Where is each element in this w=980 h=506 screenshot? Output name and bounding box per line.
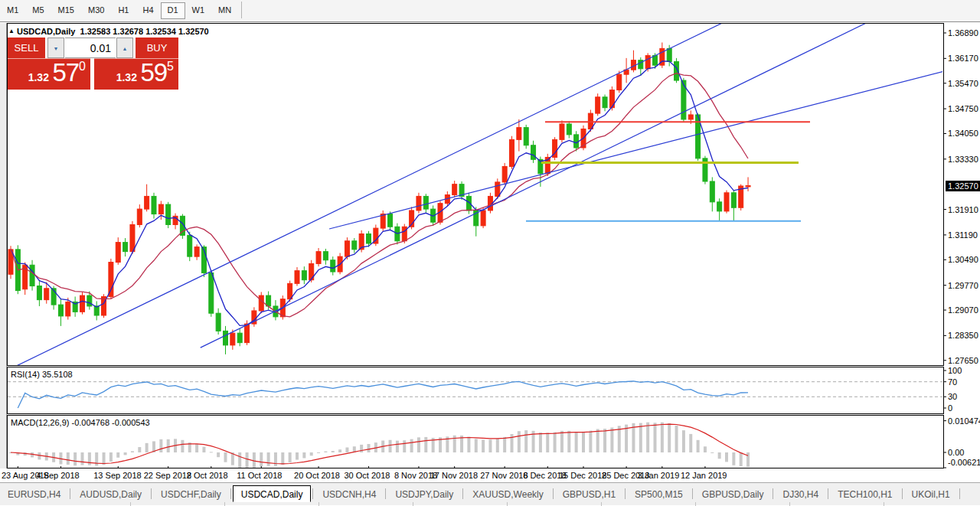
candle-body [352, 241, 357, 250]
price-axis-label: 1.27650 [948, 356, 978, 365]
grip-mark [884, 502, 884, 506]
timeframe-button-w1[interactable]: W1 [185, 2, 212, 19]
macd-histogram-bar [503, 437, 506, 452]
volume-input[interactable] [65, 38, 116, 58]
tab-separator [553, 488, 554, 499]
macd-histogram-bar [589, 431, 592, 452]
grip-mark [413, 502, 413, 506]
macd-histogram-bar [274, 452, 277, 466]
macd-histogram-bar [746, 452, 750, 467]
tab-separator [625, 488, 626, 499]
symbol-tab-ukoil[interactable]: UKOil,H1 [904, 486, 958, 503]
symbol-tab-usdchf[interactable]: USDCHF,Daily [153, 486, 229, 503]
date-axis-label: 20 Oct 2018 [294, 471, 340, 480]
timeframe-button-h4[interactable]: H4 [136, 2, 160, 19]
candle-body [237, 333, 242, 343]
buy-button[interactable]: BUY [136, 38, 178, 58]
candle-body [481, 211, 485, 226]
window-left-gutter [0, 23, 7, 482]
macd-histogram-bar [725, 452, 728, 462]
price-axis-label: 1.36890 [948, 28, 978, 38]
symbol-tab-usdcnh[interactable]: USDCNH,H4 [315, 486, 384, 503]
macd-label: MACD(12,26,9) -0.004768 -0.000543 [11, 418, 150, 427]
grip-mark [130, 502, 131, 506]
macd-histogram-bar [654, 423, 657, 452]
candle-body [452, 184, 457, 195]
symbol-tab-gbpusd[interactable]: GBPUSD,H1 [555, 486, 623, 503]
date-axis-label: 2 Oct 2018 [187, 471, 228, 480]
symbol-tab-dj30[interactable]: DJ30,H4 [775, 486, 826, 503]
sell-button[interactable]: SELL [8, 38, 45, 58]
symbol-tab-xauusd[interactable]: XAUUSD,Weekly [465, 486, 550, 503]
candle-body [560, 124, 564, 139]
tab-separator [70, 488, 70, 499]
macd-histogram-bar [482, 439, 485, 452]
candle-body [259, 295, 263, 311]
date-axis-label: 3 Jan 2019 [638, 471, 679, 480]
macd-histogram-bar [202, 447, 205, 452]
candle-body [194, 247, 199, 257]
symbol-tab-eurusd[interactable]: EURUSD,H4 [0, 486, 68, 503]
candle-body [37, 286, 41, 300]
candle-body [245, 324, 250, 343]
timeframe-button-mn[interactable]: MN [211, 2, 238, 19]
candle-body [724, 193, 729, 211]
candle-body [423, 196, 428, 209]
candle-body [145, 196, 149, 209]
timeframe-button-d1[interactable]: D1 [161, 2, 185, 19]
candle-body [224, 331, 228, 345]
candle-body [331, 260, 335, 272]
symbol-tab-audusd[interactable]: AUDUSD,Daily [72, 486, 149, 503]
timeframe-button-m15[interactable]: M15 [51, 2, 81, 19]
sell-price-pips: 57 [52, 58, 79, 87]
macd-histogram-bar [675, 426, 678, 452]
candle-body [188, 235, 192, 256]
candle-body [710, 181, 714, 202]
candle-body [316, 252, 321, 264]
timeframe-button-m30[interactable]: M30 [81, 2, 111, 19]
symbol-tab-sp500[interactable]: SP500,M15 [627, 486, 691, 503]
symbol-tab-tech100[interactable]: TECH100,H1 [830, 486, 900, 503]
candle-body [524, 128, 528, 145]
tab-separator [773, 488, 773, 499]
symbol-tab-usdjpy[interactable]: USDJPY,Daily [387, 486, 461, 503]
macd-histogram-bar [167, 439, 170, 452]
grip-mark [224, 502, 225, 506]
price-axis-label: 1.33330 [948, 155, 978, 164]
tab-separator [692, 488, 693, 499]
symbol-tab-gbpusd[interactable]: GBPUSD,Daily [694, 486, 772, 503]
macd-histogram-bar [31, 452, 34, 457]
candle-body [603, 97, 607, 108]
candle-body [116, 243, 120, 263]
macd-histogram-bar [467, 437, 470, 452]
macd-histogram-bar [159, 439, 162, 452]
sell-price-figure: 1.32 [28, 71, 49, 83]
timeframe-button-h1[interactable]: H1 [111, 2, 136, 19]
volume-decrease-button[interactable]: ▼ [47, 38, 64, 58]
price-axis-label: 1.30490 [948, 255, 978, 264]
timeframe-button-m5[interactable]: M5 [25, 2, 51, 19]
macd-axis-label: 0.00 [948, 448, 964, 457]
macd-histogram-bar [338, 449, 341, 452]
candle-body [746, 186, 750, 187]
timeframe-button-m1[interactable]: M1 [0, 2, 25, 19]
price-axis-label: 1.29770 [948, 281, 978, 290]
price-axis-label: 1.31910 [948, 205, 978, 214]
symbol-tab-usdcad[interactable]: USDCAD,Daily [233, 485, 312, 502]
macd-histogram-bar [260, 452, 263, 467]
macd-histogram-bar [317, 452, 320, 453]
buy-price-display[interactable]: 1.32 595 [94, 58, 178, 90]
sell-price-display[interactable]: 1.32 570 [8, 58, 90, 90]
macd-histogram-bar [181, 440, 184, 452]
candle-body [58, 305, 63, 316]
macd-histogram-bar [310, 452, 313, 455]
grip-mark [601, 502, 602, 506]
candle-body [87, 295, 92, 306]
candle-body [402, 227, 407, 241]
macd-histogram-bar [646, 423, 649, 452]
rsi-axis-label: 30 [948, 392, 957, 401]
grip-mark [318, 502, 319, 506]
volume-increase-button[interactable]: ▲ [116, 38, 133, 58]
macd-histogram-bar [332, 451, 335, 452]
price-chart[interactable] [7, 23, 980, 468]
